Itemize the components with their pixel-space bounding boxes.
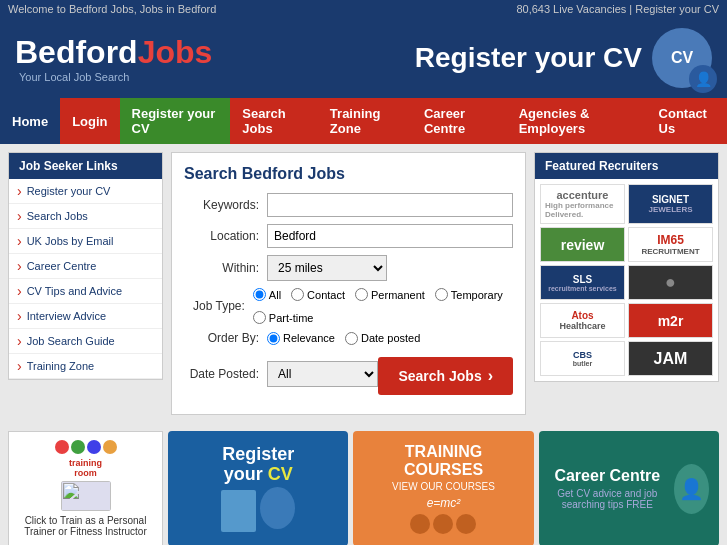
sidebar-item-job-guide[interactable]: › Job Search Guide [9, 329, 162, 354]
right-sidebar: Featured Recruiters accenture High perfo… [534, 152, 719, 423]
register-cv-banner[interactable]: Register your CV CV 👤 [415, 28, 712, 88]
search-box: Search Bedford Jobs Keywords: Location: … [171, 152, 526, 415]
within-select[interactable]: 25 miles 5 miles 10 miles 50 miles [267, 255, 387, 281]
sidebar-item-uk-jobs[interactable]: › UK Jobs by Email [9, 229, 162, 254]
search-button-label: Search Jobs [398, 368, 481, 384]
logo-bedford: Bedford [15, 34, 138, 70]
arrow-icon: › [17, 308, 22, 324]
logo-jobs: Jobs [138, 34, 213, 70]
register-cv-banner[interactable]: Registeryour CV [168, 431, 348, 545]
career-centre-banner[interactable]: Career Centre Get CV advice and job sear… [539, 431, 719, 545]
search-arrow-icon: › [488, 367, 493, 385]
top-bar: Welcome to Bedford Jobs, Jobs in Bedford… [0, 0, 727, 18]
top-bar-left: Welcome to Bedford Jobs, Jobs in Bedford [8, 3, 216, 15]
training-image [61, 481, 111, 511]
training-text: Click to Train as a Personal Trainer or … [17, 515, 154, 537]
training-logo: trainingroom [17, 458, 154, 478]
register-cv-banner-title: Registeryour CV [221, 445, 294, 485]
main-nav: Home Login Register your CV Search Jobs … [0, 98, 727, 144]
keywords-row: Keywords: [184, 193, 513, 217]
jobtype-contact[interactable]: Contact [291, 288, 345, 301]
sidebar-link: Search Jobs [27, 210, 88, 222]
sidebar-item-cv-tips[interactable]: › CV Tips and Advice [9, 279, 162, 304]
within-row: Within: 25 miles 5 miles 10 miles 50 mil… [184, 255, 513, 281]
jobtype-permanent[interactable]: Permanent [355, 288, 425, 301]
arrow-icon: › [17, 333, 22, 349]
nav-search-jobs[interactable]: Search Jobs [230, 98, 318, 144]
orderby-label: Order By: [184, 331, 259, 345]
recruiter-jam[interactable]: JAM [628, 341, 713, 376]
jobtype-parttime[interactable]: Part-time [253, 311, 314, 324]
career-person-icon: 👤 [674, 464, 709, 514]
training-courses-title: TRAININGCOURSES [392, 443, 495, 478]
dateposted-select[interactable]: All Today Last 3 days Last week [267, 361, 378, 387]
arrow-icon: › [17, 208, 22, 224]
career-centre-title: Career Centre [549, 467, 666, 485]
keywords-label: Keywords: [184, 198, 259, 212]
nav-home[interactable]: Home [0, 98, 60, 144]
sidebar-title: Job Seeker Links [9, 153, 162, 179]
top-bar-right: 80,643 Live Vacancies | Register your CV [516, 3, 719, 15]
sidebar-item-training[interactable]: › Training Zone [9, 354, 162, 379]
keywords-input[interactable] [267, 193, 513, 217]
recruiter-accenture[interactable]: accenture High performance Delivered. [540, 184, 625, 224]
jobtype-all[interactable]: All [253, 288, 281, 301]
recruiter-dark[interactable]: ● [628, 265, 713, 300]
register-cv-text: Register your CV [415, 42, 642, 74]
sidebar-link: Interview Advice [27, 310, 106, 322]
sidebar-link: Job Search Guide [27, 335, 115, 347]
search-button[interactable]: Search Jobs › [378, 357, 513, 395]
sidebar-item-search-jobs[interactable]: › Search Jobs [9, 204, 162, 229]
sidebar-link: UK Jobs by Email [27, 235, 114, 247]
banners-row: trainingroom Click to Train as a Persona… [0, 431, 727, 545]
logo[interactable]: BedfordJobs Your Local Job Search [15, 34, 212, 83]
cv-document-icon [221, 490, 256, 532]
career-centre-sub: Get CV advice and job searching tips FRE… [549, 488, 666, 510]
arrow-icon: › [17, 233, 22, 249]
jobtype-row: Job Type: All Contact Permanent Temporar… [184, 288, 513, 324]
nav-agencies[interactable]: Agencies & Employers [507, 98, 647, 144]
nav-login[interactable]: Login [60, 98, 119, 144]
sidebar-item-interview[interactable]: › Interview Advice [9, 304, 162, 329]
arrow-icon: › [17, 258, 22, 274]
nav-register-cv[interactable]: Register your CV [120, 98, 231, 144]
nav-contact-us[interactable]: Contact Us [647, 98, 727, 144]
main-content: Job Seeker Links › Register your CV › Se… [0, 144, 727, 431]
sidebar-link: Career Centre [27, 260, 97, 272]
sidebar-item-career[interactable]: › Career Centre [9, 254, 162, 279]
recruiter-m2r[interactable]: m2r [628, 303, 713, 338]
recruiter-sls[interactable]: SLS recruitment services [540, 265, 625, 300]
sidebar-item-register-cv[interactable]: › Register your CV [9, 179, 162, 204]
recruiter-atos[interactable]: Atos Healthcare [540, 303, 625, 338]
search-title: Search Bedford Jobs [184, 165, 513, 183]
arrow-icon: › [17, 183, 22, 199]
featured-title: Featured Recruiters [535, 153, 718, 179]
orderby-relevance[interactable]: Relevance [267, 332, 335, 345]
logo-tagline: Your Local Job Search [19, 71, 212, 83]
orderby-date[interactable]: Date posted [345, 332, 420, 345]
training-banner[interactable]: trainingroom Click to Train as a Persona… [8, 431, 163, 545]
orderby-radios: Relevance Date posted [267, 332, 420, 345]
sidebar-link: CV Tips and Advice [27, 285, 122, 297]
recruiter-signet[interactable]: SIGNET JEWELERS [628, 184, 713, 224]
cv-icon: CV 👤 [652, 28, 712, 88]
arrow-icon: › [17, 283, 22, 299]
dateposted-label: Date Posted: [184, 367, 259, 381]
person-icon [260, 487, 295, 529]
emc2-text: e=mc² [392, 496, 495, 510]
jobtype-label: Job Type: [184, 299, 245, 313]
recruiter-review[interactable]: review [540, 227, 625, 262]
location-label: Location: [184, 229, 259, 243]
jobtype-temporary[interactable]: Temporary [435, 288, 503, 301]
nav-training-zone[interactable]: Training Zone [318, 98, 412, 144]
recruiter-im65[interactable]: IM65 RECRUITMENT [628, 227, 713, 262]
nav-career-centre[interactable]: Career Centre [412, 98, 507, 144]
location-input[interactable] [267, 224, 513, 248]
arrow-icon: › [17, 358, 22, 374]
sidebar-link: Register your CV [27, 185, 111, 197]
recruiter-grid: accenture High performance Delivered. SI… [535, 179, 718, 381]
header: BedfordJobs Your Local Job Search Regist… [0, 18, 727, 98]
training-courses-banner[interactable]: TRAININGCOURSES VIEW OUR COURSES e=mc² [353, 431, 533, 545]
featured-recruiters-box: Featured Recruiters accenture High perfo… [534, 152, 719, 382]
recruiter-cbs[interactable]: CBS butler [540, 341, 625, 376]
